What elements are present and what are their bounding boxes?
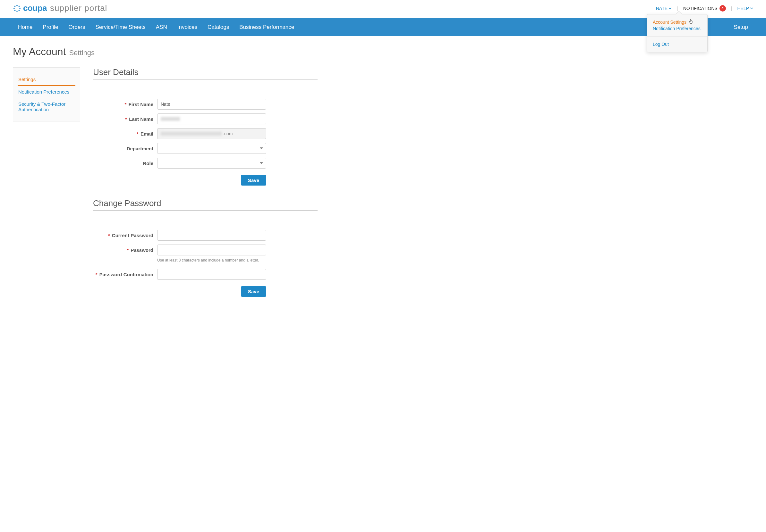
sidebar-item-security-2fa[interactable]: Security & Two-Factor Authentication [18, 98, 75, 115]
password-label: * Password [93, 247, 157, 253]
page-title-sub: Settings [69, 49, 95, 57]
notifications-link[interactable]: NOTIFICATIONS 4 [683, 5, 726, 12]
page-title: My Account Settings [13, 46, 753, 58]
help-menu-trigger[interactable]: HELP [737, 6, 753, 11]
nav-home[interactable]: Home [13, 18, 37, 36]
password-confirmation-input[interactable] [157, 269, 266, 280]
logo[interactable]: coupa supplier portal [13, 3, 107, 13]
sidebar-item-notification-preferences[interactable]: Notification Preferences [18, 86, 75, 98]
page-title-main: My Account [13, 46, 66, 58]
user-details-save-button[interactable]: Save [241, 175, 266, 186]
chevron-down-icon [750, 7, 753, 10]
settings-sidebar: Settings Notification Preferences Securi… [13, 67, 80, 121]
svg-point-0 [16, 4, 18, 6]
user-name-label: NATE [656, 6, 668, 11]
sidebar-item-settings[interactable]: Settings [18, 73, 75, 86]
svg-point-2 [19, 8, 21, 9]
coupa-logo-icon [13, 4, 21, 12]
logo-brand-text: coupa [23, 3, 47, 13]
user-dropdown-menu: Account Settings Notification Preference… [647, 14, 708, 52]
dropdown-log-out[interactable]: Log Out [653, 41, 702, 47]
notifications-badge: 4 [720, 5, 726, 12]
nav-setup[interactable]: Setup [729, 18, 753, 36]
chevron-down-icon [669, 7, 672, 10]
new-password-input[interactable] [157, 245, 266, 255]
nav-catalogs[interactable]: Catalogs [203, 18, 234, 36]
change-password-save-button[interactable]: Save [241, 286, 266, 297]
role-label: Role [93, 161, 157, 166]
dropdown-notification-preferences[interactable]: Notification Preferences [653, 25, 702, 32]
nav-orders[interactable]: Orders [63, 18, 90, 36]
role-select[interactable] [157, 158, 266, 169]
last-name-label: * Last Name [93, 116, 157, 122]
top-header: coupa supplier portal NATE | NOTIFICATIO… [0, 0, 766, 18]
user-details-heading: User Details [93, 67, 318, 79]
nav-service-time-sheets[interactable]: Service/Time Sheets [90, 18, 151, 36]
svg-point-3 [19, 10, 20, 11]
department-label: Department [93, 146, 157, 151]
separator: | [731, 6, 732, 11]
svg-point-7 [14, 5, 16, 7]
password-confirmation-label: * Password Confirmation [93, 272, 157, 277]
notifications-label: NOTIFICATIONS [683, 6, 718, 11]
department-select[interactable] [157, 143, 266, 154]
svg-point-4 [16, 11, 18, 12]
main-column: User Details * First Name * Last Name * … [93, 67, 318, 310]
current-password-input[interactable] [157, 230, 266, 241]
separator: | [677, 6, 678, 11]
page-content: My Account Settings Settings Notificatio… [0, 36, 766, 319]
first-name-input[interactable] [157, 99, 266, 110]
help-label: HELP [737, 6, 749, 11]
svg-point-1 [19, 5, 20, 7]
password-hint: Use at least 8 characters and include a … [157, 258, 266, 262]
svg-point-6 [13, 8, 15, 9]
nav-invoices[interactable]: Invoices [172, 18, 203, 36]
email-input: .com [157, 128, 266, 139]
nav-business-performance[interactable]: Business Performance [234, 18, 299, 36]
email-label: * Email [93, 131, 157, 137]
logo-suffix-text: supplier portal [50, 3, 107, 13]
nav-asn[interactable]: ASN [151, 18, 172, 36]
first-name-label: * First Name [93, 102, 157, 107]
dropdown-account-settings[interactable]: Account Settings [653, 19, 702, 25]
user-menu-trigger[interactable]: NATE [656, 6, 672, 11]
last-name-input[interactable] [157, 113, 266, 124]
header-right: NATE | NOTIFICATIONS 4 | HELP [656, 5, 753, 12]
change-password-heading: Change Password [93, 198, 318, 211]
nav-profile[interactable]: Profile [37, 18, 63, 36]
svg-point-5 [14, 10, 16, 11]
current-password-label: * Current Password [93, 233, 157, 238]
